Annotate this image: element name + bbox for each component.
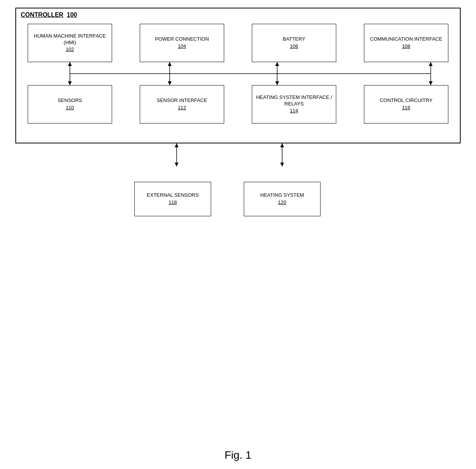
power-connection-ref: 104 — [178, 43, 186, 50]
battery-ref: 106 — [290, 43, 298, 50]
bottom-row: SENSORS 110 SENSOR INTERFACE 112 HEATING… — [28, 85, 448, 123]
svg-marker-19 — [175, 143, 178, 147]
sensors-label: SENSORS — [58, 97, 82, 104]
control-circuitry-ref: 116 — [402, 105, 410, 111]
sensor-interface-ref: 112 — [178, 105, 186, 111]
sensor-interface-label: SENSOR INTERFACE — [157, 97, 207, 104]
power-connection-label: POWER CONNECTION — [155, 36, 209, 43]
heating-system-interface-label: HEATING SYSTEM INTERFACE / RELAYS — [255, 94, 333, 107]
svg-marker-7 — [168, 81, 172, 85]
heating-system-interface-ref: 114 — [290, 108, 298, 114]
fig-label: Fig. 1 — [225, 449, 251, 461]
controller-ref: 100 — [67, 12, 77, 18]
svg-marker-4 — [68, 62, 72, 66]
svg-marker-8 — [168, 62, 172, 66]
sensor-interface-box: SENSOR INTERFACE 112 — [140, 85, 224, 123]
svg-marker-15 — [429, 81, 433, 85]
svg-marker-21 — [280, 163, 284, 166]
external-arrows-svg — [15, 143, 461, 182]
heating-system-label: HEATING SYSTEM — [260, 192, 304, 199]
hmi-ref: 102 — [66, 46, 74, 53]
bus-arrows — [28, 62, 448, 85]
svg-marker-16 — [429, 62, 433, 66]
svg-marker-3 — [68, 81, 72, 85]
svg-marker-22 — [280, 143, 284, 147]
heating-system-ref: 120 — [278, 199, 286, 206]
external-row: EXTERNAL SENSORS 118 HEATING SYSTEM 120 — [15, 182, 461, 216]
hmi-box: HUMAN MACHINE INTERFACE (HMI) 102 — [28, 24, 112, 62]
comm-interface-label: COMMUNICATION INTERFACE — [370, 36, 442, 43]
diagram-container: CONTROLLER 100 HUMAN MACHINE INTERFACE (… — [8, 8, 468, 438]
comm-interface-ref: 108 — [402, 43, 410, 50]
power-connection-box: POWER CONNECTION 104 — [140, 24, 224, 62]
external-arrows-area — [15, 143, 461, 182]
controller-label: CONTROLLER 100 — [21, 12, 77, 18]
svg-marker-18 — [175, 163, 178, 166]
heating-system-interface-box: HEATING SYSTEM INTERFACE / RELAYS 114 — [252, 85, 336, 123]
control-circuitry-box: CONTROL CIRCUITRY 116 — [364, 85, 448, 123]
controller-title-text: CONTROLLER — [21, 12, 63, 18]
svg-marker-11 — [275, 81, 279, 85]
external-sensors-label: EXTERNAL SENSORS — [147, 192, 198, 199]
control-circuitry-label: CONTROL CIRCUITRY — [380, 97, 432, 104]
hmi-label: HUMAN MACHINE INTERFACE (HMI) — [31, 33, 109, 46]
sensors-box: SENSORS 110 — [28, 85, 112, 123]
controller-box: CONTROLLER 100 HUMAN MACHINE INTERFACE (… — [15, 8, 461, 143]
battery-box: BATTERY 106 — [252, 24, 336, 62]
external-sensors-box: EXTERNAL SENSORS 118 — [134, 182, 211, 216]
bus-area — [28, 62, 448, 85]
comm-interface-box: COMMUNICATION INTERFACE 108 — [364, 24, 448, 62]
external-sensors-ref: 118 — [169, 199, 177, 206]
top-row: HUMAN MACHINE INTERFACE (HMI) 102 POWER … — [28, 24, 448, 62]
heating-system-box: HEATING SYSTEM 120 — [244, 182, 321, 216]
battery-label: BATTERY — [283, 36, 306, 43]
sensors-ref: 110 — [66, 105, 74, 111]
svg-marker-12 — [275, 62, 279, 66]
